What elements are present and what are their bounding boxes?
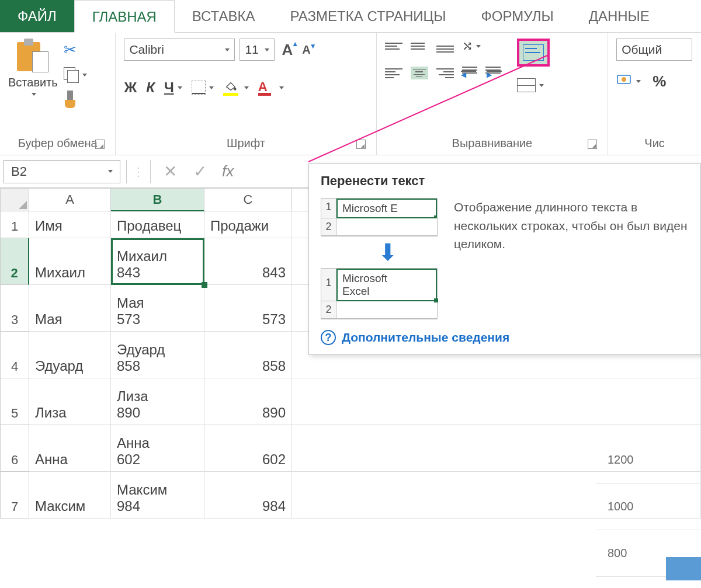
chart-bar: [666, 557, 701, 580]
cell[interactable]: Эдуард858: [111, 332, 204, 378]
align-center-button[interactable]: [411, 67, 428, 79]
cell[interactable]: 602: [204, 425, 292, 472]
help-icon: ?: [321, 330, 336, 345]
align-bottom-button[interactable]: [436, 40, 454, 53]
tab-insert[interactable]: ВСТАВКА: [175, 0, 273, 32]
cell[interactable]: Мая573: [111, 285, 204, 332]
cell[interactable]: 843: [204, 238, 292, 285]
group-alignment: ⤭ ◀ ▶ Выравнивание: [377, 33, 609, 155]
enter-formula-button[interactable]: ✓: [186, 162, 214, 181]
italic-button[interactable]: К: [146, 79, 155, 96]
tab-data[interactable]: ДАННЫЕ: [571, 0, 667, 32]
merge-icon: [517, 78, 536, 92]
col-header-B[interactable]: B: [111, 188, 204, 211]
fx-button[interactable]: fx: [216, 162, 240, 180]
merge-button[interactable]: [517, 78, 550, 92]
cell[interactable]: Эдуард: [29, 332, 111, 378]
cell[interactable]: 890: [204, 378, 292, 425]
orientation-button[interactable]: ⤭: [462, 39, 481, 54]
clipboard-dialog-launcher[interactable]: [95, 140, 105, 149]
border-icon: [192, 81, 206, 95]
cell[interactable]: 984: [204, 472, 292, 519]
row-header[interactable]: 6: [0, 425, 29, 472]
tooltip-more-link[interactable]: ? Дополнительные сведения: [321, 330, 689, 345]
row-header[interactable]: 4: [0, 332, 29, 378]
currency-icon: [616, 73, 633, 91]
number-format-combo[interactable]: Общий: [616, 39, 692, 61]
chart-fragment: 1200 1000 800: [596, 437, 701, 577]
row-header[interactable]: 3: [0, 285, 29, 332]
cell[interactable]: Лиза890: [111, 378, 204, 425]
align-left-button[interactable]: [385, 67, 402, 79]
tab-page-layout[interactable]: РАЗМЕТКА СТРАНИЦЫ: [272, 0, 463, 32]
group-clipboard: Вставить ✂ Буфер обмена: [0, 33, 116, 155]
copy-button[interactable]: [64, 67, 87, 82]
number-group-label: Чис: [616, 134, 693, 151]
row-header[interactable]: 5: [0, 378, 29, 425]
cell[interactable]: Продажи: [204, 211, 292, 238]
paste-button[interactable]: Вставить: [8, 39, 58, 96]
font-name-combo[interactable]: Calibri: [124, 39, 235, 61]
cell-selected[interactable]: Михаил843: [111, 238, 204, 285]
cell[interactable]: Продавец: [111, 211, 204, 238]
tooltip-title: Перенести текст: [321, 173, 689, 189]
ribbon-tabs: ФАЙЛ ГЛАВНАЯ ВСТАВКА РАЗМЕТКА СТРАНИЦЫ Ф…: [0, 0, 701, 33]
copy-icon: [64, 67, 79, 82]
font-size-combo[interactable]: 11: [240, 39, 275, 61]
tab-formulas[interactable]: ФОРМУЛЫ: [464, 0, 571, 32]
ribbon: Вставить ✂ Буфер обмена Calibri 11 А▲ А▼…: [0, 33, 701, 155]
tab-file[interactable]: ФАЙЛ: [0, 0, 74, 32]
percent-button[interactable]: %: [653, 72, 666, 91]
cell[interactable]: Лиза: [29, 378, 111, 425]
bucket-icon: [223, 79, 241, 96]
col-header-A[interactable]: A: [29, 188, 111, 211]
fill-color-button[interactable]: [223, 79, 249, 96]
increase-font-button[interactable]: А▲: [279, 41, 295, 59]
underline-button[interactable]: Ч: [164, 79, 182, 96]
cell[interactable]: 858: [204, 332, 292, 378]
clipboard-icon: [17, 39, 48, 72]
currency-button[interactable]: [616, 73, 641, 91]
decrease-font-button[interactable]: А▼: [300, 43, 313, 57]
cell[interactable]: [292, 378, 701, 425]
row-header[interactable]: 2: [0, 238, 29, 285]
paste-label: Вставить: [8, 76, 58, 89]
cut-button[interactable]: ✂: [64, 41, 87, 59]
align-top-button[interactable]: [385, 40, 402, 53]
format-painter-button[interactable]: [64, 91, 77, 108]
borders-button[interactable]: [192, 81, 214, 95]
row-header[interactable]: 1: [0, 211, 29, 238]
tooltip-demo: 1Microsoft E 2 ⬇ 1MicrosoftExcel 2: [321, 198, 438, 319]
cell[interactable]: Имя: [29, 211, 111, 238]
align-right-button[interactable]: [436, 67, 454, 79]
font-group-label: Шрифт: [124, 134, 367, 151]
cell[interactable]: Михаил: [29, 238, 111, 285]
font-color-button[interactable]: А: [258, 79, 284, 96]
cell[interactable]: Анна: [29, 425, 111, 472]
decrease-indent-button[interactable]: ◀: [462, 67, 477, 79]
alignment-group-label: Выравнивание: [385, 134, 600, 151]
row-header[interactable]: 7: [0, 472, 29, 519]
font-color-icon: А: [258, 79, 276, 96]
cancel-formula-button[interactable]: ✕: [157, 162, 184, 181]
cell[interactable]: Максим: [29, 472, 111, 519]
name-box[interactable]: B2: [4, 160, 120, 183]
selection-handle[interactable]: [202, 282, 207, 288]
cell[interactable]: Максим984: [111, 472, 204, 519]
align-middle-button[interactable]: [411, 40, 428, 53]
tab-home[interactable]: ГЛАВНАЯ: [74, 0, 175, 33]
bold-button[interactable]: Ж: [124, 79, 137, 96]
cell[interactable]: 573: [204, 285, 292, 332]
cell[interactable]: Анна602: [111, 425, 204, 472]
group-font: Calibri 11 А▲ А▼ Ж К Ч А: [116, 33, 376, 155]
group-number: Общий % Чис: [608, 33, 701, 155]
col-header-C[interactable]: C: [204, 188, 292, 211]
cell[interactable]: Мая: [29, 285, 111, 332]
select-all-corner[interactable]: [0, 188, 29, 211]
arrow-down-icon: ⬇: [321, 236, 438, 268]
tooltip-description: Отображение длинного текста в нескольких…: [454, 198, 689, 319]
font-dialog-launcher[interactable]: [356, 140, 366, 149]
alignment-dialog-launcher[interactable]: [588, 140, 597, 149]
svg-point-0: [234, 88, 237, 91]
paste-dropdown-caret[interactable]: [32, 93, 36, 96]
